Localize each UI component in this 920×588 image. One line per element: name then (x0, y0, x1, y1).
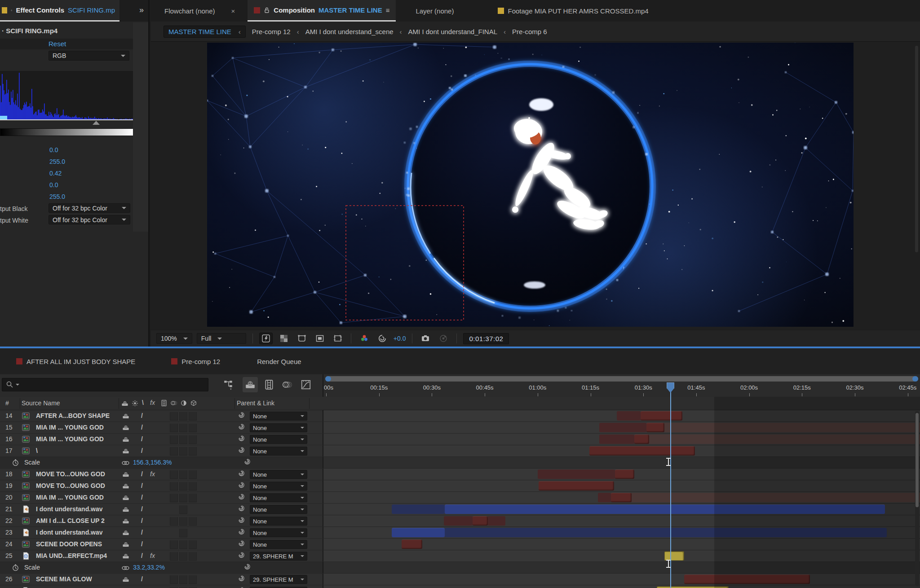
layer-duration-bar[interactable] (392, 528, 445, 537)
shy-switch[interactable] (122, 448, 129, 455)
property-value[interactable]: 156.3,156.3% (133, 459, 172, 466)
layer-track[interactable] (323, 574, 920, 585)
parent-link-dropdown[interactable]: None (250, 493, 307, 502)
tab-composition[interactable]: Composition MASTER TIME LINE ≡ (248, 0, 396, 22)
property-row[interactable]: Scale33.2,33.2% (0, 562, 920, 574)
switch-cell[interactable] (170, 482, 178, 491)
layer-track[interactable] (323, 434, 920, 445)
switch-cell[interactable] (179, 470, 187, 479)
timeline-vertical-scrollbar[interactable] (915, 411, 919, 586)
mask-visibility-button[interactable] (295, 333, 309, 344)
layer-track[interactable] (323, 469, 920, 480)
tab-menu-icon[interactable]: ≡ (386, 6, 390, 14)
layer-duration-bar[interactable] (445, 528, 887, 537)
switch-cell[interactable] (179, 517, 187, 526)
layer-name[interactable]: I dont understand.wav (36, 529, 119, 536)
pickwhip-icon[interactable] (238, 505, 245, 512)
layer-duration-bar[interactable] (617, 411, 641, 421)
adjustment-column-icon[interactable] (181, 400, 187, 406)
fast-preview-button[interactable] (259, 333, 273, 344)
viewer-scrollbar[interactable] (915, 46, 918, 252)
shy-switch[interactable] (122, 424, 129, 431)
shy-switch[interactable] (122, 412, 129, 420)
layer-duration-bar[interactable] (611, 493, 632, 502)
param-value[interactable]: 0.42 (49, 170, 62, 177)
quality-switch[interactable]: / (141, 447, 143, 454)
switch-cell[interactable] (189, 552, 197, 561)
layer-track[interactable] (323, 562, 920, 573)
pickwhip-icon[interactable] (238, 540, 245, 547)
layer-track[interactable] (323, 585, 920, 588)
switch-cell[interactable] (179, 528, 187, 537)
table-row[interactable]: 21I dont understand.wav/None (0, 504, 920, 515)
switch-cell[interactable] (179, 412, 187, 421)
switch-cell[interactable] (170, 412, 178, 421)
parent-link-dropdown[interactable]: None (250, 482, 307, 491)
col-source-name[interactable]: Source Name (22, 399, 60, 407)
table-row[interactable]: 22AMI I d...L CLOSE UP 2/None (0, 515, 920, 527)
comp-mini-flowchart-button[interactable] (221, 377, 236, 392)
parent-link-dropdown[interactable]: None (250, 517, 307, 526)
layer-name[interactable]: MIA UND...ERFECT.mp4 (36, 552, 119, 559)
layer-track[interactable] (323, 539, 920, 550)
layer-track[interactable] (323, 515, 920, 527)
switch-cell[interactable] (170, 493, 178, 502)
switch-cell[interactable] (179, 493, 187, 502)
graph-editor-toggle[interactable] (298, 377, 314, 392)
layer-name[interactable]: SCENE DOOR OPENS (36, 540, 119, 548)
frame-blend-column-icon[interactable] (160, 399, 168, 407)
layer-track[interactable] (323, 504, 920, 515)
switch-cell[interactable] (170, 435, 178, 444)
tab-render-queue[interactable]: Render Queue (245, 348, 313, 374)
fx-switch[interactable]: fx (150, 552, 155, 559)
shy-switch[interactable] (122, 541, 129, 548)
layer-name[interactable]: MOVE TO...OUNG GOD (36, 470, 119, 478)
table-row[interactable]: 19MOVE TO...OUNG GOD/None (0, 480, 920, 492)
layer-duration-bar[interactable] (641, 411, 682, 421)
parent-link-dropdown[interactable]: None (250, 435, 307, 444)
tab-layer[interactable]: Layer (none) (409, 0, 460, 22)
layer-name[interactable]: I dont understand.wav (36, 505, 119, 513)
layer-duration-bar[interactable] (473, 516, 488, 526)
close-icon[interactable]: × (231, 7, 235, 15)
tab-timeline-comp-2[interactable]: Pre-comp 12 (159, 348, 232, 374)
property-row[interactable]: Scale156.3,156.3% (0, 457, 920, 469)
layer-duration-bar[interactable] (589, 446, 695, 456)
layer-name[interactable]: MIA IM ... YOUNG GOD (36, 435, 119, 443)
parent-link-dropdown[interactable]: None (250, 412, 307, 421)
quality-switch[interactable]: / (141, 540, 143, 548)
shy-column-icon[interactable] (121, 400, 128, 407)
parent-link-dropdown[interactable]: None (250, 447, 307, 456)
property-name[interactable]: Scale (24, 564, 40, 571)
quality-switch[interactable]: / (141, 494, 143, 501)
property-value[interactable]: 33.2,33.2% (133, 564, 165, 571)
transparency-grid-button[interactable] (277, 333, 291, 344)
switch-cell[interactable] (189, 470, 197, 479)
levels-histogram[interactable] (0, 71, 134, 119)
shy-switch[interactable] (122, 471, 129, 478)
switch-cell[interactable] (189, 482, 197, 491)
resolution-dropdown[interactable]: Full (197, 333, 246, 344)
reset-exposure-button[interactable] (376, 333, 389, 344)
timeline-horizontal-scrollbar[interactable] (325, 376, 918, 382)
layer-name[interactable]: SCENE MIA GLOW (36, 575, 119, 583)
quality-switch[interactable]: / (141, 505, 143, 513)
tab-timeline-comp-1[interactable]: AFTER ALL IM JUST BODY SHAPE (0, 348, 147, 374)
layer-duration-bar[interactable] (598, 493, 611, 502)
output-white-dropdown[interactable]: Off for 32 bpc Color (49, 215, 130, 224)
pickwhip-icon[interactable] (238, 470, 245, 477)
table-row[interactable]: 23I dont understand.wav/None (0, 527, 920, 539)
layer-name[interactable]: AMI I d...L CLOSE UP 2 (36, 517, 119, 524)
dimensions-link-icon[interactable] (121, 565, 130, 571)
composition-viewport[interactable] (151, 42, 920, 329)
switch-cell[interactable] (170, 575, 178, 584)
parent-link-dropdown[interactable]: None (250, 540, 307, 549)
param-value[interactable]: 255.0 (49, 193, 65, 200)
layer-duration-bar[interactable] (445, 505, 885, 514)
layer-name[interactable]: \ (36, 447, 119, 454)
layer-duration-bar[interactable] (444, 516, 473, 526)
table-row[interactable]: 26SCENE MIA GLOW/29. SPHERE M (0, 574, 920, 585)
table-row[interactable]: 24SCENE DOOR OPENS/None (0, 539, 920, 550)
switch-cell[interactable] (179, 447, 187, 456)
layer-duration-bar[interactable] (646, 423, 664, 432)
